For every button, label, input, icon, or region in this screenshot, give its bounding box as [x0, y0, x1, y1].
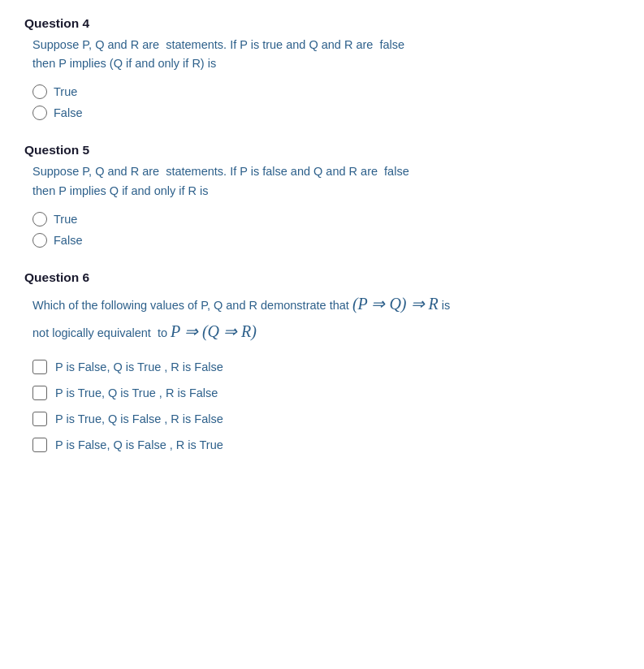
question-5-title: Question 5 — [24, 143, 620, 158]
q6-option-2[interactable]: P is True, Q is True , R is False — [32, 386, 620, 400]
q6-option-3[interactable]: P is True, Q is False , R is False — [32, 412, 620, 426]
q5-radio-true[interactable] — [32, 212, 47, 227]
q5-option-true[interactable]: True — [32, 212, 620, 227]
question-4-options: True False — [32, 84, 620, 120]
q6-formula1: (P ⇒ Q) ⇒ R — [352, 295, 439, 313]
question-6-options: P is False, Q is True , R is False P is … — [32, 360, 620, 452]
question-4-title: Question 4 — [24, 16, 620, 31]
question-5-text: Suppose P, Q and R are statements. If P … — [32, 162, 620, 200]
q4-option-false[interactable]: False — [32, 106, 620, 120]
q6-label-2: P is True, Q is True , R is False — [55, 386, 218, 399]
q6-formula2: P ⇒ (Q ⇒ R) — [171, 322, 257, 340]
question-5-options: True False — [32, 212, 620, 248]
question-4-block: Question 4 Suppose P, Q and R are statem… — [24, 16, 620, 120]
q4-radio-true[interactable] — [32, 84, 47, 99]
q4-option-true[interactable]: True — [32, 84, 620, 99]
q6-label-4: P is False, Q is False , R is True — [55, 438, 223, 451]
q6-text-part1: Which of the following values of P, Q an… — [32, 299, 349, 312]
q6-option-4[interactable]: P is False, Q is False , R is True — [32, 438, 620, 452]
q6-text-part3: not logically equivalent to — [32, 326, 171, 339]
q6-checkbox-4[interactable] — [32, 438, 47, 452]
question-6-block: Question 6 Which of the following values… — [24, 270, 620, 452]
question-6-text: Which of the following values of P, Q an… — [32, 290, 620, 345]
question-6-title: Question 6 — [24, 270, 620, 285]
q6-checkbox-1[interactable] — [32, 360, 47, 374]
q4-label-true: True — [54, 85, 77, 98]
q5-label-false: False — [54, 234, 82, 247]
q6-checkbox-2[interactable] — [32, 386, 47, 400]
question-4-text: Suppose P, Q and R are statements. If P … — [32, 36, 620, 73]
q6-label-3: P is True, Q is False , R is False — [55, 412, 223, 425]
q5-radio-false[interactable] — [32, 233, 47, 248]
q6-label-1: P is False, Q is True , R is False — [55, 360, 223, 373]
q5-label-true: True — [54, 213, 77, 226]
q5-option-false[interactable]: False — [32, 233, 620, 248]
question-5-block: Question 5 Suppose P, Q and R are statem… — [24, 143, 620, 247]
q6-option-1[interactable]: P is False, Q is True , R is False — [32, 360, 620, 374]
q6-checkbox-3[interactable] — [32, 412, 47, 426]
q6-text-part2: is — [442, 299, 450, 312]
q5-text-line1: Suppose P, Q and R are statements. If P … — [32, 165, 409, 178]
q4-text-line2: then P implies (Q if and only if R) is — [32, 57, 216, 70]
q4-text-line1: Suppose P, Q and R are statements. If P … — [32, 38, 404, 51]
q4-label-false: False — [54, 106, 82, 119]
q5-text-line2: then P implies Q if and only if R is — [32, 184, 209, 197]
q4-radio-false[interactable] — [32, 106, 47, 120]
